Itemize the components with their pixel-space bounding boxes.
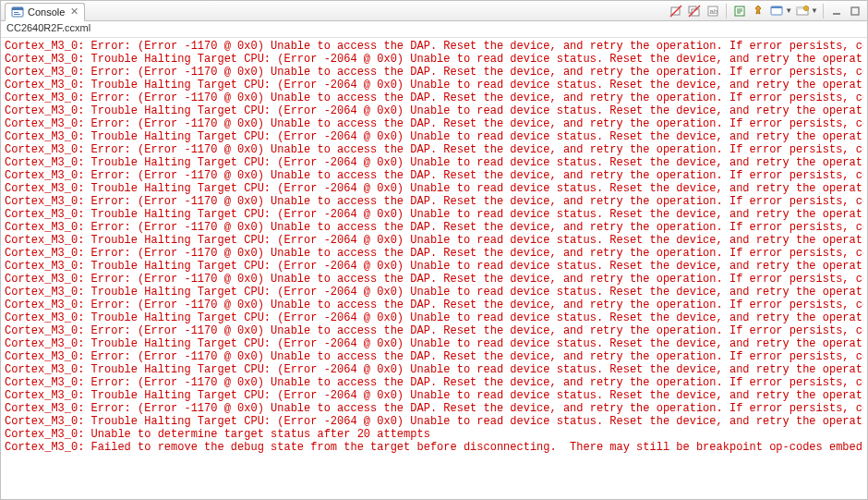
console-line: Cortex_M3_0: Error: (Error -1170 @ 0x0) … <box>5 376 863 389</box>
console-line: Cortex_M3_0: Error: (Error -1170 @ 0x0) … <box>5 247 863 260</box>
svg-rect-3 <box>14 14 20 15</box>
console-line: Cortex_M3_0: Error: (Error -1170 @ 0x0) … <box>5 169 863 182</box>
console-line: Cortex_M3_0: Trouble Halting Target CPU:… <box>5 53 863 66</box>
view-toolbar: ab ▼ ▼ <box>668 3 863 19</box>
svg-rect-18 <box>833 13 840 15</box>
console-line: Cortex_M3_0: Trouble Halting Target CPU:… <box>5 389 863 402</box>
console-line: Cortex_M3_0: Error: (Error -1170 @ 0x0) … <box>5 143 863 156</box>
console-line: Cortex_M3_0: Error: (Error -1170 @ 0x0) … <box>5 350 863 363</box>
clear-icon[interactable]: ab <box>705 3 721 19</box>
display-selected-icon[interactable] <box>768 3 785 19</box>
console-line: Cortex_M3_0: Trouble Halting Target CPU:… <box>5 311 863 324</box>
dropdown-arrow-icon[interactable]: ▼ <box>811 6 818 15</box>
toolbar-separator <box>726 4 727 18</box>
console-line: Cortex_M3_0: Error: (Error -1170 @ 0x0) … <box>5 299 863 311</box>
console-line: Cortex_M3_0: Trouble Halting Target CPU:… <box>5 337 863 350</box>
console-line: Cortex_M3_0: Error: (Error -1170 @ 0x0) … <box>5 66 863 79</box>
console-line: Cortex_M3_0: Error: (Error -1170 @ 0x0) … <box>5 40 863 53</box>
console-view: Console ✕ ab ▼ <box>0 0 868 500</box>
console-line: Cortex_M3_0: Error: (Error -1170 @ 0x0) … <box>5 91 863 104</box>
svg-rect-19 <box>851 7 859 15</box>
console-line: Cortex_M3_0: Trouble Halting Target CPU:… <box>5 415 863 428</box>
console-line: Cortex_M3_0: Trouble Halting Target CPU:… <box>5 130 863 143</box>
svg-rect-13 <box>771 6 782 8</box>
svg-rect-2 <box>14 12 18 13</box>
close-icon[interactable]: ✕ <box>70 6 78 18</box>
remove-launch-icon[interactable] <box>668 3 684 19</box>
remove-all-icon[interactable] <box>686 3 703 19</box>
maximize-icon[interactable] <box>847 3 863 19</box>
svg-text:ab: ab <box>710 7 718 16</box>
console-line: Cortex_M3_0: Trouble Halting Target CPU:… <box>5 286 863 299</box>
console-line: Cortex_M3_0: Error: (Error -1170 @ 0x0) … <box>5 324 863 337</box>
tab-bar: Console ✕ ab ▼ <box>1 1 867 21</box>
console-line: Cortex_M3_0: Trouble Halting Target CPU:… <box>5 104 863 117</box>
open-console-icon[interactable] <box>794 3 811 19</box>
tab-console[interactable]: Console ✕ <box>5 3 85 21</box>
console-line: Cortex_M3_0: Unable to determine target … <box>5 428 863 441</box>
console-line: Cortex_M3_0: Trouble Halting Target CPU:… <box>5 363 863 376</box>
console-line: Cortex_M3_0: Error: (Error -1170 @ 0x0) … <box>5 221 863 234</box>
console-line: Cortex_M3_0: Trouble Halting Target CPU:… <box>5 79 863 91</box>
console-line: Cortex_M3_0: Error: (Error -1170 @ 0x0) … <box>5 402 863 415</box>
console-line: Cortex_M3_0: Trouble Halting Target CPU:… <box>5 260 863 273</box>
pin-icon[interactable] <box>750 3 766 19</box>
console-line: Cortex_M3_0: Trouble Halting Target CPU:… <box>5 234 863 247</box>
console-line: Cortex_M3_0: Trouble Halting Target CPU:… <box>5 208 863 221</box>
console-line: Cortex_M3_0: Error: (Error -1170 @ 0x0) … <box>5 273 863 286</box>
svg-rect-17 <box>806 7 807 9</box>
scroll-lock-icon[interactable] <box>731 3 748 19</box>
console-line: Cortex_M3_0: Error: (Error -1170 @ 0x0) … <box>5 195 863 208</box>
tab-title: Console <box>28 6 65 18</box>
console-line: Cortex_M3_0: Error: (Error -1170 @ 0x0) … <box>5 117 863 130</box>
console-line: Cortex_M3_0: Trouble Halting Target CPU:… <box>5 182 863 195</box>
console-output[interactable]: Cortex_M3_0: Error: (Error -1170 @ 0x0) … <box>1 38 867 499</box>
console-icon <box>11 6 24 18</box>
console-line: Cortex_M3_0: Trouble Halting Target CPU:… <box>5 156 863 169</box>
dropdown-arrow-icon[interactable]: ▼ <box>785 6 792 15</box>
svg-rect-1 <box>12 7 23 10</box>
toolbar-separator <box>823 4 824 18</box>
minimize-icon[interactable] <box>828 3 845 19</box>
console-subtitle: CC2640R2F.ccxml <box>1 21 867 38</box>
subtitle-text: CC2640R2F.ccxml <box>6 22 90 33</box>
console-line: Cortex_M3_0: Failed to remove the debug … <box>5 441 863 454</box>
